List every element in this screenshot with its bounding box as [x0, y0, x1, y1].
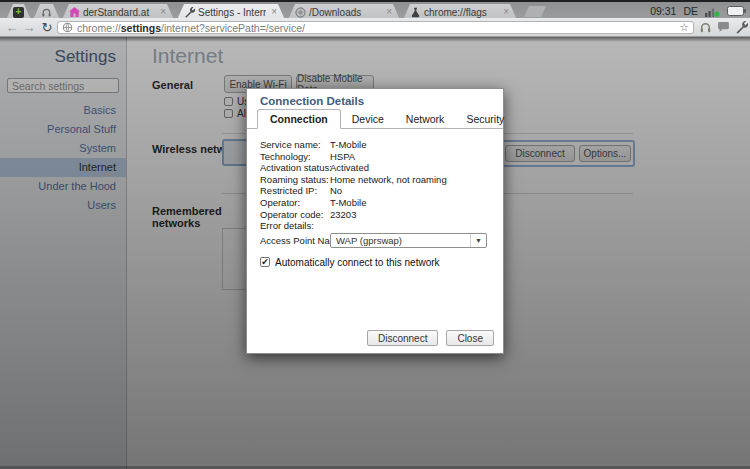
- field-row-roaming-status: Roaming status: Home network, not roamin…: [260, 174, 491, 186]
- apn-row: Access Point Name: WAP (gprswap) ▼: [260, 233, 491, 248]
- tab-network[interactable]: Network: [395, 110, 456, 128]
- dialog-body: Service name: T-Mobile Technology: HSPA …: [247, 129, 503, 268]
- auto-connect-row[interactable]: ✔ Automatically connect to this network: [260, 257, 491, 268]
- bookmark-star-icon[interactable]: ☆: [679, 22, 689, 33]
- reload-button[interactable]: ↻: [39, 19, 55, 36]
- tab-security[interactable]: Security: [455, 110, 515, 128]
- tab-label: Settings - Internet: [198, 7, 266, 18]
- flask-icon: [410, 7, 421, 18]
- screen: + derStandard.at × Settings - Internet ×: [0, 0, 750, 469]
- clock: 09:31: [650, 5, 676, 17]
- downloads-folder-icon: [295, 7, 306, 18]
- field-row-technology: Technology: HSPA: [260, 151, 491, 163]
- headphones-icon: [41, 7, 52, 18]
- tab-device[interactable]: Device: [341, 110, 395, 128]
- url-text: chrome://settings/internet?servicePath=/…: [77, 22, 679, 34]
- dialog-disconnect-button[interactable]: Disconnect: [367, 330, 438, 346]
- tab-close-icon[interactable]: ×: [159, 7, 167, 17]
- tab-strip: + derStandard.at × Settings - Internet ×: [0, 0, 750, 18]
- tab-close-icon[interactable]: ×: [502, 7, 510, 17]
- wrench-menu-icon[interactable]: [735, 21, 748, 34]
- tab-label: derStandard.at: [83, 7, 155, 18]
- browser-toolbar: ← → ↻ chrome://settings/internet?service…: [0, 18, 750, 37]
- field-row-activation-status: Activation status: Activated: [260, 162, 491, 174]
- tab-label: /Downloads: [309, 7, 381, 18]
- home-icon: [69, 7, 80, 18]
- url-host: settings: [121, 22, 161, 34]
- chat-bubble-extension-icon[interactable]: [717, 21, 730, 34]
- tab-close-icon[interactable]: ×: [270, 7, 278, 17]
- checked-checkbox-icon[interactable]: ✔: [260, 257, 270, 267]
- network-signal-icon[interactable]: [705, 5, 720, 17]
- tab-label: chrome://flags: [424, 7, 498, 18]
- dialog-title: Connection Details: [260, 95, 503, 107]
- field-row-operator: Operator: T-Mobile: [260, 197, 491, 209]
- headphones-extension-icon[interactable]: [699, 21, 712, 34]
- field-row-operator-code: Operator code: 23203: [260, 209, 491, 221]
- back-button[interactable]: ←: [4, 19, 20, 36]
- battery-icon[interactable]: [727, 6, 746, 16]
- auto-connect-label: Automatically connect to this network: [275, 257, 440, 268]
- apn-selected-value: WAP (gprswap): [331, 235, 470, 246]
- app-plus-icon: +: [13, 7, 24, 18]
- keyboard-layout-indicator[interactable]: DE: [683, 5, 698, 17]
- field-row-service-name: Service name: T-Mobile: [260, 139, 491, 151]
- dialog-tab-bar: Connection Device Network Security: [247, 113, 503, 129]
- wrench-icon: [184, 7, 195, 18]
- dropdown-arrow-icon: ▼: [470, 234, 486, 247]
- new-tab-button[interactable]: [524, 6, 546, 17]
- dialog-footer: Disconnect Close: [367, 330, 494, 346]
- forward-button[interactable]: →: [21, 19, 37, 36]
- toolbar-shadow: [0, 37, 750, 42]
- apn-label: Access Point Name:: [260, 235, 330, 246]
- connection-details-dialog: Connection Details Connection Device Net…: [246, 88, 504, 354]
- dialog-close-button[interactable]: Close: [446, 330, 494, 346]
- omnibox[interactable]: chrome://settings/internet?servicePath=/…: [57, 21, 694, 34]
- page-globe-icon: [62, 22, 73, 33]
- url-prefix: chrome://: [77, 22, 121, 34]
- field-row-error-details: Error details:: [260, 220, 491, 232]
- tab-close-icon[interactable]: ×: [385, 7, 393, 17]
- tab-connection[interactable]: Connection: [257, 109, 341, 129]
- apn-select[interactable]: WAP (gprswap) ▼: [330, 233, 487, 248]
- url-path: /internet?servicePath=/service/: [161, 22, 305, 34]
- field-row-restricted-ip: Restricted IP: No: [260, 185, 491, 197]
